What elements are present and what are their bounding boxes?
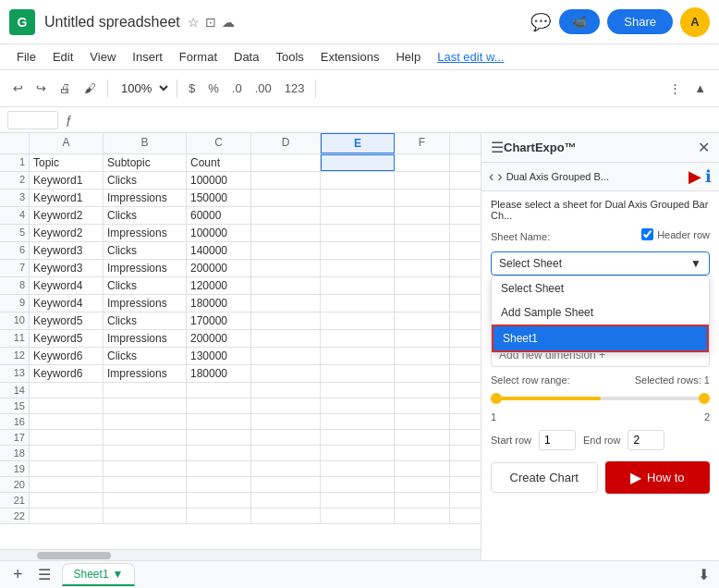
redo-button[interactable]: ↪ [30,78,52,99]
cell-e10[interactable] [321,312,395,329]
cell-b1[interactable]: Subtopic [104,154,187,171]
cell-b2[interactable]: Clicks [104,172,187,189]
panel-info-icon[interactable]: ℹ [705,166,712,187]
cell-f9[interactable] [395,295,450,312]
cell-e13[interactable] [321,365,395,382]
menu-tools[interactable]: Tools [268,47,311,67]
cell-d7[interactable] [251,260,321,276]
nav-back-button[interactable]: ‹ [489,168,494,185]
print-button[interactable]: 🖨 [54,78,77,99]
start-row-input[interactable] [539,430,576,450]
cell-a3[interactable]: Keyword1 [30,190,104,206]
formula-input[interactable] [79,114,712,127]
currency-button[interactable]: $ [183,78,201,99]
decimal-increase-button[interactable]: .00 [250,78,277,99]
col-header-c[interactable]: C [187,133,251,153]
cell-d6[interactable] [251,242,321,259]
cell-c4[interactable]: 60000 [187,207,251,224]
cell-a8[interactable]: Keyword4 [30,277,104,294]
cell-e7[interactable] [321,260,395,276]
cell-a6[interactable]: Keyword3 [30,242,104,259]
cell-c11[interactable]: 200000 [187,330,251,347]
panel-close-button[interactable]: ✕ [698,139,710,156]
cell-f13[interactable] [395,365,450,382]
range-thumb-right[interactable] [699,393,710,404]
cell-a7[interactable]: Keyword3 [30,260,104,276]
cell-f14[interactable] [395,383,450,398]
star-icon[interactable]: ☆ [188,15,200,30]
cell-d12[interactable] [251,348,321,364]
dropdown-item-add-sample[interactable]: Add Sample Sheet [492,300,709,325]
cell-b3[interactable]: Impressions [104,190,187,206]
cell-c9[interactable]: 180000 [187,295,251,312]
cell-a1[interactable]: Topic [30,154,104,171]
dropdown-item-sheet1[interactable]: Sheet1 [492,325,709,352]
cell-c10[interactable]: 170000 [187,312,251,329]
cell-d5[interactable] [251,225,321,241]
cell-c14[interactable] [187,383,251,398]
horizontal-scrollbar[interactable] [0,549,481,560]
cell-b11[interactable]: Impressions [104,330,187,347]
format-number-button[interactable]: 123 [279,78,311,99]
share-button[interactable]: Share [607,9,673,34]
dropdown-item-select-sheet[interactable]: Select Sheet [492,276,709,300]
nav-forward-button[interactable]: › [497,168,502,185]
menu-last-edit[interactable]: Last edit w... [430,47,511,67]
cell-e12[interactable] [321,348,395,364]
cell-c3[interactable]: 150000 [187,190,251,206]
cell-c12[interactable]: 130000 [187,348,251,364]
cell-f4[interactable] [395,207,450,224]
create-chart-button[interactable]: Create Chart [491,462,598,493]
range-slider[interactable] [491,391,710,406]
cell-e11[interactable] [321,330,395,347]
cell-b6[interactable]: Clicks [104,242,187,259]
panel-youtube-icon[interactable]: ▶ [689,166,701,187]
menu-edit[interactable]: Edit [45,47,80,67]
menu-format[interactable]: Format [172,47,225,67]
cell-c13[interactable]: 180000 [187,365,251,382]
download-icon[interactable]: ⬇ [698,567,710,582]
cell-f10[interactable] [395,312,450,329]
undo-button[interactable]: ↩ [7,78,29,99]
cell-a14[interactable] [30,383,104,398]
doc-title[interactable]: Untitled spreadsheet [44,14,180,31]
cell-e5[interactable] [321,225,395,241]
header-row-checkbox[interactable] [641,228,653,240]
cell-f8[interactable] [395,277,450,294]
col-header-a[interactable]: A [30,133,104,153]
menu-help[interactable]: Help [388,47,428,67]
decimal-decrease-button[interactable]: .0 [226,78,248,99]
cell-b10[interactable]: Clicks [104,312,187,329]
meet-button[interactable]: 📹 [559,9,600,34]
cell-b9[interactable]: Impressions [104,295,187,312]
cell-b12[interactable]: Clicks [104,348,187,364]
copy-icon[interactable]: ⊡ [205,15,216,30]
cell-d14[interactable] [251,383,321,398]
cell-b4[interactable]: Clicks [104,207,187,224]
sheet-tab-sheet1[interactable]: Sheet1 ▼ [62,563,136,586]
cell-d9[interactable] [251,295,321,312]
col-header-b[interactable]: B [104,133,187,153]
cell-e2[interactable] [321,172,395,189]
cell-b5[interactable]: Impressions [104,225,187,241]
cell-c7[interactable]: 200000 [187,260,251,276]
cell-f2[interactable] [395,172,450,189]
more-options-button[interactable]: ⋮ [664,78,687,99]
menu-data[interactable]: Data [226,47,266,67]
cell-a9[interactable]: Keyword4 [30,295,104,312]
cell-c1[interactable]: Count [187,154,251,171]
sheets-menu-button[interactable]: ☰ [34,566,55,583]
cell-a4[interactable]: Keyword2 [30,207,104,224]
how-to-button[interactable]: ▶ How to [605,461,711,494]
range-thumb-left[interactable] [491,393,502,404]
cell-f11[interactable] [395,330,450,347]
zoom-select[interactable]: 100% [114,79,171,98]
menu-insert[interactable]: Insert [125,47,170,67]
cell-e1[interactable] [321,154,395,171]
cell-f7[interactable] [395,260,450,276]
comment-button[interactable]: 💬 [526,7,555,37]
cell-f6[interactable] [395,242,450,259]
cell-e8[interactable] [321,277,395,294]
cell-e9[interactable] [321,295,395,312]
col-header-e[interactable]: E [321,133,395,153]
